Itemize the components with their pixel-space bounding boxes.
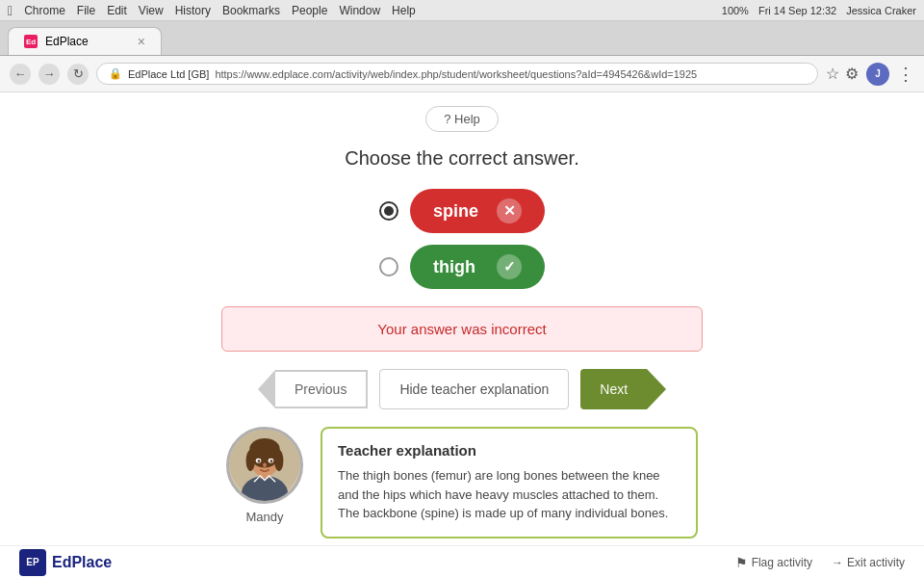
ssl-lock-icon: 🔒 [109,67,122,80]
datetime: Fri 14 Sep 12:32 [758,5,836,16]
menu-history[interactable]: History [175,4,211,17]
exit-icon: → [832,556,843,569]
exit-label: Exit activity [847,556,905,569]
menu-file[interactable]: File [77,4,95,17]
forward-button[interactable]: → [38,64,60,85]
footer-actions: ⚑ Flag activity → Exit activity [735,555,905,570]
edplace-logo-icon: EP [19,549,46,576]
explanation-text: The thigh bones (femur) are long bones b… [338,466,680,523]
menu-window[interactable]: Window [339,4,380,17]
action-buttons: Previous Hide teacher explanation Next [258,369,666,409]
question-title: Choose the correct answer. [345,147,578,170]
previous-button[interactable]: Previous [258,370,368,408]
flag-icon: ⚑ [735,555,748,570]
answer-options: spine ✕ thigh ✓ [379,189,545,289]
svg-point-10 [258,460,261,462]
option-row-thigh: thigh ✓ [379,245,545,289]
explanation-title: Teacher explanation [338,442,680,459]
reload-button[interactable]: ↻ [67,64,89,85]
next-label: Next [580,369,647,409]
teacher-avatar [226,427,303,504]
footer: EP EdPlace ⚑ Flag activity → Exit activi… [0,545,924,578]
teacher-name: Mandy [245,510,283,524]
hide-explanation-button[interactable]: Hide teacher explanation [379,369,569,409]
menu-help[interactable]: Help [392,4,416,17]
help-button[interactable]: ? Help [425,106,499,132]
teacher-section: Mandy Teacher explanation The thigh bone… [226,427,698,539]
tab-bar: Ed EdPlace × [0,21,924,56]
tab-title: EdPlace [45,35,89,48]
ext-puzzle-icon: ⚙ [845,65,859,83]
previous-label: Previous [275,370,368,408]
user-name: Jessica Craker [846,5,916,16]
option-row-spine: spine ✕ [379,189,545,233]
apple-icon:  [8,3,13,18]
tab-favicon: Ed [24,35,38,48]
correct-icon: ✓ [497,254,522,279]
menu-view[interactable]: View [139,4,164,17]
ext-bookmark-icon: ☆ [826,65,839,83]
next-button[interactable]: Next [580,369,666,409]
menu-bookmarks[interactable]: Bookmarks [222,4,280,17]
flag-label: Flag activity [752,556,812,569]
site-label: EdPlace Ltd [GB] [128,68,209,80]
radio-thigh[interactable] [379,257,398,276]
url-bar[interactable]: 🔒 EdPlace Ltd [GB] https://www.edplace.c… [96,63,818,85]
edplace-logo: EP EdPlace [19,549,112,576]
teacher-avatar-wrap: Mandy [226,427,303,524]
next-arrow-icon [647,369,666,409]
chrome-extensions: ☆ ⚙ [826,65,859,83]
back-button[interactable]: ← [10,64,31,85]
menu-dots-icon[interactable]: ⋮ [897,64,914,85]
page-content: ? Help Choose the correct answer. spine … [0,92,924,578]
teacher-avatar-svg [229,427,300,501]
mac-menu-bar:  Chrome File Edit View History Bookmark… [0,0,924,21]
address-bar: ← → ↻ 🔒 EdPlace Ltd [GB] https://www.edp… [0,56,924,92]
battery-status: 100% [722,5,749,16]
menu-edit[interactable]: Edit [107,4,127,17]
prev-arrow-icon [258,370,275,408]
svg-point-11 [270,460,273,462]
svg-point-6 [246,450,255,471]
radio-spine[interactable] [379,201,398,221]
svg-point-7 [274,450,283,471]
option-pill-spine[interactable]: spine ✕ [410,189,545,233]
app-name: Chrome [24,4,65,17]
menu-people[interactable]: People [292,4,327,17]
exit-activity-button[interactable]: → Exit activity [832,555,905,570]
svg-point-12 [263,462,267,467]
flag-activity-button[interactable]: ⚑ Flag activity [735,555,812,570]
option-pill-thigh[interactable]: thigh ✓ [410,245,545,289]
explanation-box: Teacher explanation The thigh bones (fem… [321,427,698,539]
incorrect-icon: ✕ [497,198,522,223]
url-text: https://www.edplace.com/activity/web/ind… [215,68,697,80]
option-label-thigh: thigh [433,257,475,277]
footer-logo-text: EdPlace [52,554,112,571]
incorrect-banner: Your answer was incorrect [221,306,703,352]
tab-close-button[interactable]: × [138,34,145,49]
option-label-spine: spine [433,201,478,222]
browser-tab[interactable]: Ed EdPlace × [8,27,162,55]
profile-button[interactable]: J [866,63,889,86]
incorrect-text: Your answer was incorrect [377,321,546,337]
